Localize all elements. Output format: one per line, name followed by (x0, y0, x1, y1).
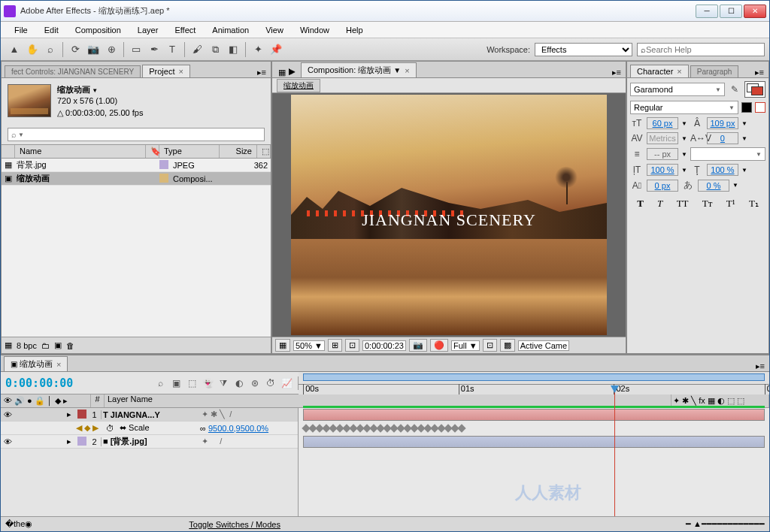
font-size-input[interactable]: 60 px (647, 117, 678, 129)
shy-icon[interactable]: 👻 (201, 376, 214, 390)
layer-bar[interactable] (303, 409, 765, 421)
leading-input[interactable]: 109 px (707, 117, 738, 129)
panel-menu-icon[interactable]: ▸≡ (608, 68, 626, 77)
selection-tool-icon[interactable]: ▲ (6, 41, 23, 58)
subscript-button[interactable]: T₁ (749, 198, 759, 210)
camera-select[interactable]: Active Came (518, 340, 569, 351)
tab-effect-controls[interactable]: fect Controls: JIANGNAN SCENERY (5, 65, 141, 77)
motion-blur-icon[interactable]: ◐ (232, 376, 246, 390)
eraser-tool-icon[interactable]: ◧ (225, 41, 241, 58)
timeline-tracks[interactable]: 人人素材 (299, 408, 769, 516)
expand-icon[interactable]: �the◉ (5, 519, 32, 529)
layer-row[interactable]: 👁 ▸ 1 T JIANGNA...Y ✦ ✱ ╲ / (1, 408, 298, 422)
composition-viewer[interactable]: JIANGNAN SCENERY (272, 93, 626, 337)
type-tool-icon[interactable]: T (164, 41, 180, 58)
superscript-button[interactable]: T¹ (726, 198, 735, 210)
autokey-icon[interactable]: ⏱ (264, 376, 277, 390)
search-help-field[interactable]: ⌕ (637, 43, 765, 56)
maximize-button[interactable]: ☐ (720, 5, 742, 18)
project-item[interactable]: ▣ 缩放动画 Composi... (2, 172, 271, 186)
baseline-input[interactable]: 0 px (647, 180, 678, 192)
project-search[interactable] (8, 128, 265, 141)
menu-animation[interactable]: Animation (205, 24, 256, 36)
rotate-tool-icon[interactable]: ⟳ (67, 41, 83, 58)
panel-menu-icon[interactable]: ▸≡ (750, 68, 768, 77)
vscale-input[interactable]: 100 % (647, 164, 678, 176)
font-style-select[interactable]: Regular (630, 101, 738, 114)
new-folder-icon[interactable]: 🗀 (41, 341, 50, 350)
tab-project[interactable]: Project× (142, 65, 190, 77)
hand-tool-icon[interactable]: ✋ (24, 41, 41, 58)
menu-effect[interactable]: Effect (167, 24, 203, 36)
bpc-button[interactable]: 8 bpc (17, 341, 37, 350)
italic-button[interactable]: T (657, 198, 662, 210)
roi-icon[interactable]: ⊡ (483, 339, 497, 352)
keyframe-strip[interactable] (303, 423, 465, 434)
panel-menu-icon[interactable]: ▸≡ (253, 68, 271, 77)
playhead[interactable] (614, 385, 615, 516)
comp-subtab[interactable]: 缩放动画 (277, 79, 320, 92)
scale-value[interactable]: 9500.0,9500.0% (208, 424, 268, 433)
panel-menu-icon[interactable]: ▸≡ (751, 361, 769, 371)
close-button[interactable]: ✕ (744, 5, 766, 18)
menu-edit[interactable]: Edit (37, 24, 66, 36)
guides-icon[interactable]: ⊡ (345, 339, 359, 352)
font-family-select[interactable]: Garamond (630, 83, 725, 96)
frame-blend-icon[interactable]: ⧩ (217, 376, 230, 390)
rectangle-tool-icon[interactable]: ▭ (128, 41, 144, 58)
clone-tool-icon[interactable]: ⧉ (207, 41, 223, 58)
current-time-display[interactable]: 0:00:00:00 (5, 376, 73, 390)
menu-composition[interactable]: Composition (68, 24, 129, 36)
snapshot-icon[interactable]: 📷 (409, 339, 427, 352)
pen-tool-icon[interactable]: ✒ (146, 41, 162, 58)
eyedropper-icon[interactable]: ✎ (728, 84, 741, 95)
search-help-input[interactable] (646, 45, 761, 54)
tracking-input[interactable]: 0 (707, 132, 738, 144)
channel-icon[interactable]: 🔴 (430, 339, 448, 352)
tsume-input[interactable]: 0 % (698, 180, 729, 192)
close-icon[interactable]: × (178, 67, 183, 76)
interpret-icon[interactable]: ▦ (5, 340, 12, 350)
menu-help[interactable]: Help (338, 24, 371, 36)
transparency-icon[interactable]: ▩ (500, 339, 515, 352)
minimize-button[interactable]: ─ (696, 5, 718, 18)
menu-file[interactable]: File (7, 24, 35, 36)
bold-button[interactable]: T (637, 198, 644, 210)
stroke-style-select[interactable] (690, 147, 765, 161)
search-icon[interactable]: ⌕ (153, 376, 167, 390)
time-display[interactable]: 0:00:00:23 (362, 340, 406, 351)
zoom-tool-icon[interactable]: ⌕ (42, 41, 59, 58)
project-item[interactable]: ▦ 背景.jpg JPEG 362 (2, 159, 271, 172)
menu-view[interactable]: View (258, 24, 291, 36)
grid-icon[interactable]: ⊞ (328, 339, 342, 352)
pan-behind-tool-icon[interactable]: ⊕ (103, 41, 120, 58)
alpha-icon[interactable]: ▦ (275, 339, 290, 352)
kerning-input[interactable]: Metrics (647, 132, 678, 144)
menu-layer[interactable]: Layer (130, 24, 166, 36)
camera-tool-icon[interactable]: 📷 (85, 41, 102, 58)
zoom-select[interactable]: 50% ▼ (293, 340, 325, 351)
work-area-bar[interactable] (303, 373, 765, 381)
tab-paragraph[interactable]: Paragraph (690, 65, 739, 77)
fill-swatch[interactable] (741, 102, 752, 113)
draft3d-icon[interactable]: ⬚ (185, 376, 199, 390)
visibility-icon[interactable]: 👁 (4, 437, 12, 446)
roto-tool-icon[interactable]: ✦ (250, 41, 266, 58)
smallcaps-button[interactable]: Tт (702, 198, 713, 210)
brainstorm-icon[interactable]: ⊛ (248, 376, 262, 390)
layer-bar[interactable] (303, 436, 765, 448)
stroke-swatch[interactable] (755, 102, 765, 113)
stroke-width-input[interactable]: -- px (647, 148, 678, 160)
property-row[interactable]: ◀ ◆ ▶ ⏱ ⬌ Scale ∞ 9500.0,9500.0% (1, 422, 298, 435)
new-comp-icon[interactable]: ▣ (54, 340, 62, 350)
menu-window[interactable]: Window (293, 24, 337, 36)
hscale-input[interactable]: 100 % (707, 164, 738, 176)
brush-tool-icon[interactable]: 🖌 (189, 41, 205, 58)
comp-mini-flowchart-icon[interactable]: ▣ (169, 376, 183, 390)
tab-timeline[interactable]: ▣ 缩放动画× (4, 356, 68, 371)
layer-row[interactable]: 👁 ▸ 2 ■ [背景.jpg] ✦ / (1, 435, 298, 449)
workspace-select[interactable]: Effects (535, 43, 632, 56)
toggle-switches-button[interactable]: Toggle Switches / Modes (189, 520, 280, 529)
graph-editor-icon[interactable]: 📈 (280, 376, 293, 390)
allcaps-button[interactable]: TT (677, 198, 689, 210)
